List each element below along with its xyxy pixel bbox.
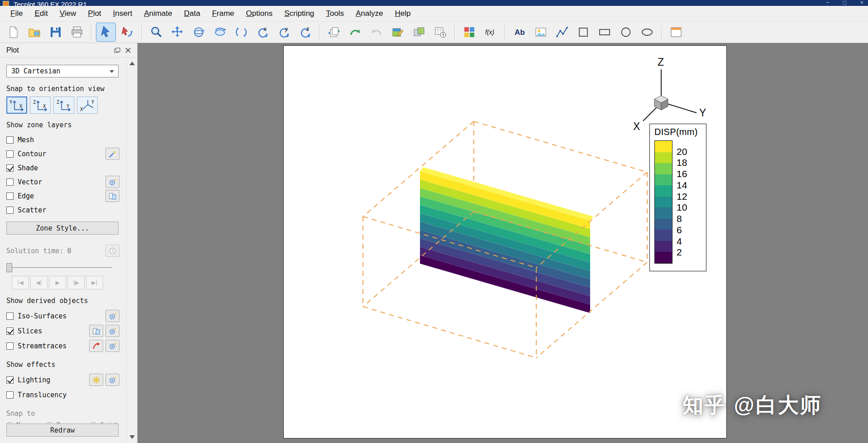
- scroll-down-icon[interactable]: [127, 432, 137, 442]
- frame-tool-button[interactable]: [667, 23, 686, 41]
- lighting-checkbox[interactable]: [6, 376, 14, 384]
- streamtraces-checkbox[interactable]: [6, 342, 14, 350]
- menu-frame[interactable]: Frame: [206, 6, 240, 21]
- iso-surface-details-button[interactable]: [105, 310, 119, 322]
- slices-checkbox[interactable]: [6, 327, 14, 335]
- menu-scripting[interactable]: Scripting: [278, 6, 320, 21]
- circle-tool-button[interactable]: [616, 23, 635, 41]
- rotate-z-tool-icon: z: [298, 25, 312, 39]
- menu-edit[interactable]: Edit: [29, 6, 53, 21]
- orientation-view-xy-oblique[interactable]: XY: [77, 96, 98, 114]
- rotate-spherical-tool-button[interactable]: [189, 23, 208, 41]
- maximize-window-icon[interactable]: □: [843, 0, 847, 6]
- panel-close-icon[interactable]: [123, 45, 134, 55]
- selector-tool-button[interactable]: [96, 23, 115, 41]
- menu-file[interactable]: File: [5, 6, 29, 21]
- legend-color-2: [655, 163, 672, 174]
- contour-details-button[interactable]: [105, 148, 119, 160]
- menu-animate[interactable]: Animate: [138, 6, 178, 21]
- orientation-view-yx[interactable]: YX: [6, 96, 27, 114]
- print-button[interactable]: [67, 23, 86, 41]
- edge-checkbox[interactable]: [6, 193, 14, 200]
- image-tool-button[interactable]: [531, 23, 550, 41]
- close-window-icon[interactable]: ×: [860, 0, 863, 6]
- rotate-y-tool-button[interactable]: y: [274, 23, 293, 41]
- contour-legend[interactable]: DISP(mm) 2018161412108642: [649, 124, 706, 271]
- legend-colorbar: [654, 140, 672, 264]
- play-button[interactable]: ▶: [49, 276, 66, 289]
- slice-details-button[interactable]: [105, 325, 119, 337]
- rotate-rollerball-tool-button[interactable]: [210, 23, 229, 41]
- rotate-twist-tool-button[interactable]: [232, 23, 251, 41]
- panel-float-icon[interactable]: [112, 45, 123, 55]
- save-layout-button[interactable]: [46, 23, 65, 41]
- solution-time-dialog-button[interactable]: [431, 23, 450, 41]
- vector-details-button[interactable]: [105, 176, 119, 188]
- contour-row: Contour: [6, 147, 119, 161]
- plot-type-select[interactable]: 3D Cartesian: [6, 65, 119, 77]
- mesh-checkbox[interactable]: [6, 136, 14, 144]
- scatter-checkbox[interactable]: [6, 207, 14, 214]
- last-frame-button[interactable]: ▶|: [86, 276, 103, 289]
- menu-analyze[interactable]: Analyze: [350, 6, 389, 21]
- menu-options[interactable]: Options: [240, 6, 279, 21]
- vector-checkbox[interactable]: [6, 178, 14, 186]
- panel-scrollbar[interactable]: [126, 58, 137, 443]
- plot-frame[interactable]: Z X Y DISP(mm) 2018161412108642: [283, 45, 727, 438]
- colormap-edit-button[interactable]: [388, 23, 407, 41]
- rotate-x-tool-button[interactable]: x: [253, 23, 272, 41]
- menu-plot[interactable]: Plot: [82, 6, 107, 21]
- arrange-frames-button[interactable]: [460, 23, 479, 41]
- zone-style-button[interactable]: Zone Style...: [6, 222, 119, 235]
- polyline-tool-button[interactable]: [553, 23, 572, 41]
- zoom-tool-button[interactable]: [147, 23, 166, 41]
- solution-time-slider[interactable]: [6, 263, 112, 272]
- streamtrace-details-button[interactable]: [105, 340, 119, 352]
- streamtrace-placement-button[interactable]: [89, 340, 103, 352]
- translucency-blend-button[interactable]: [410, 23, 429, 41]
- iso-surfaces-checkbox[interactable]: [6, 313, 14, 320]
- open-layout-icon: [28, 25, 41, 39]
- undo-button[interactable]: [367, 23, 386, 41]
- menu-data[interactable]: Data: [178, 6, 206, 21]
- shade-checkbox[interactable]: [6, 164, 14, 172]
- equation-tool-button[interactable]: f(x): [481, 23, 500, 41]
- rectangle-tool-button[interactable]: [595, 23, 614, 41]
- light-source-button[interactable]: [89, 374, 103, 386]
- redraw-button[interactable]: Redraw: [6, 424, 119, 437]
- square-tool-button[interactable]: [574, 23, 593, 41]
- slider-handle[interactable]: [6, 263, 12, 272]
- ellipse-tool-button[interactable]: [638, 23, 657, 41]
- new-layout-button[interactable]: [4, 23, 23, 41]
- prev-frame-button[interactable]: ◀|: [30, 276, 48, 289]
- scroll-up-icon[interactable]: [127, 58, 137, 68]
- menu-insert[interactable]: Insert: [107, 6, 138, 21]
- contour-checkbox[interactable]: [6, 150, 14, 158]
- rotate-z-tool-button[interactable]: z: [296, 23, 315, 41]
- toolbar-separator: [661, 24, 662, 40]
- menu-tools[interactable]: Tools: [320, 6, 350, 21]
- first-frame-button[interactable]: |◀: [12, 276, 29, 289]
- orientation-view-zy[interactable]: ZY: [53, 96, 74, 114]
- adjustor-tool-button[interactable]: [118, 23, 137, 41]
- slider-track[interactable]: [6, 267, 112, 269]
- menu-help[interactable]: Help: [389, 6, 416, 21]
- translucency-checkbox[interactable]: [6, 391, 14, 399]
- open-layout-button[interactable]: [25, 23, 44, 41]
- shade-row: Shade: [6, 161, 119, 175]
- lighting-row: Lighting: [6, 372, 119, 387]
- lighting-details-button[interactable]: [105, 374, 119, 386]
- edge-details-button[interactable]: [105, 190, 119, 202]
- slice-placement-button[interactable]: [89, 325, 103, 337]
- translate-tool-button[interactable]: [168, 23, 187, 41]
- copy-plot-button[interactable]: [324, 23, 343, 41]
- solution-time-dialog-button[interactable]: [105, 245, 119, 257]
- minimize-window-icon[interactable]: −: [826, 0, 830, 6]
- scatter-label: Scatter: [18, 206, 46, 214]
- next-frame-button[interactable]: |▶: [67, 276, 85, 289]
- menu-view[interactable]: View: [54, 6, 82, 21]
- orientation-view-zx[interactable]: ZX: [30, 96, 51, 114]
- zone-layers-label: Show zone layers: [6, 121, 126, 129]
- text-tool-button[interactable]: Ab: [510, 23, 529, 41]
- redo-button[interactable]: [346, 23, 365, 41]
